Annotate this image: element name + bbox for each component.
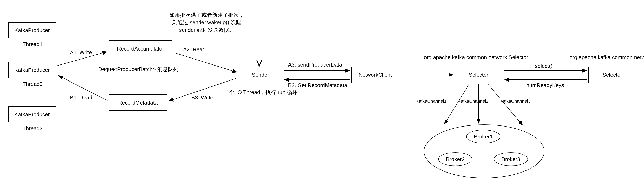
kafkaproducer-3-label: KafkaProducer xyxy=(14,111,50,118)
channel3-label: KafkaChannel3 xyxy=(500,99,530,104)
network-client-box: NetworkClient xyxy=(352,67,399,83)
record-metadata-label: RecordMetadata xyxy=(118,100,158,106)
network-client-label: NetworkClient xyxy=(358,72,392,78)
selector2-label: Selector xyxy=(602,72,622,78)
selector2-box: Selector xyxy=(588,67,636,83)
a1-label: A1. Write xyxy=(70,49,92,56)
select-label: select() xyxy=(535,63,552,69)
sender-note: 1个 IO Thread，执行 run 循环 xyxy=(226,89,298,96)
record-accumulator-label: RecordAccumulator xyxy=(117,46,164,52)
annotation-text: 如果批次满了或者新建了批次， 则通过 sender.wakeup() 唤醒 se… xyxy=(158,11,255,34)
a2-label: A2. Read xyxy=(183,46,205,53)
record-metadata-box: RecordMetadata xyxy=(109,94,167,111)
sender-box: Sender xyxy=(239,67,282,83)
b2-label: B2. Get RecordMetadata xyxy=(288,82,347,89)
broker1: Broker1 xyxy=(466,130,500,143)
annotation-line1: 如果批次满了或者新建了批次， xyxy=(158,11,255,19)
selector2-header: org.apache.kafka.common.network.Selector xyxy=(570,54,644,61)
broker3-label: Broker3 xyxy=(502,156,520,163)
broker1-label: Broker1 xyxy=(474,134,492,140)
selector1-box: Selector xyxy=(455,67,502,83)
thread1-label: Thread1 xyxy=(23,41,42,47)
broker2-label: Broker2 xyxy=(446,156,464,163)
kafkaproducer-2-label: KafkaProducer xyxy=(14,67,50,73)
broker2: Broker2 xyxy=(438,152,472,166)
b1-label: B1. Read xyxy=(70,94,92,101)
deque-note: Deque<ProducerBatch> 消息队列 xyxy=(98,66,178,73)
kafkaproducer-3-box: KafkaProducer xyxy=(8,106,56,122)
thread2-label: Thread2 xyxy=(23,81,42,87)
selector1-header: org.apache.kafka.common.network.Selector xyxy=(424,54,528,61)
selector1-label: Selector xyxy=(469,72,488,78)
record-accumulator-box: RecordAccumulator xyxy=(109,40,172,57)
svg-line-2 xyxy=(174,53,237,72)
numreadykeys-label: numReadyKeys xyxy=(526,82,564,89)
kafkaproducer-1-box: KafkaProducer xyxy=(8,22,56,38)
arrows-layer xyxy=(0,0,644,184)
annotation-line3: sender 线程发送数据。 xyxy=(158,26,255,34)
channel1-label: KafkaChannel1 xyxy=(416,99,446,104)
annotation-line2: 则通过 sender.wakeup() 唤醒 xyxy=(158,19,255,26)
sender-label: Sender xyxy=(252,72,269,78)
channel2-label: KafkaChannel2 xyxy=(458,99,488,104)
a3-label: A3. sendProducerData xyxy=(288,62,342,68)
kafkaproducer-2-box: KafkaProducer xyxy=(8,62,56,78)
b3-label: B3. Write xyxy=(191,94,213,101)
kafkaproducer-1-label: KafkaProducer xyxy=(14,27,50,33)
thread3-label: Thread3 xyxy=(23,125,42,132)
svg-line-9 xyxy=(444,84,469,124)
broker3: Broker3 xyxy=(494,152,528,166)
svg-line-11 xyxy=(488,84,522,125)
